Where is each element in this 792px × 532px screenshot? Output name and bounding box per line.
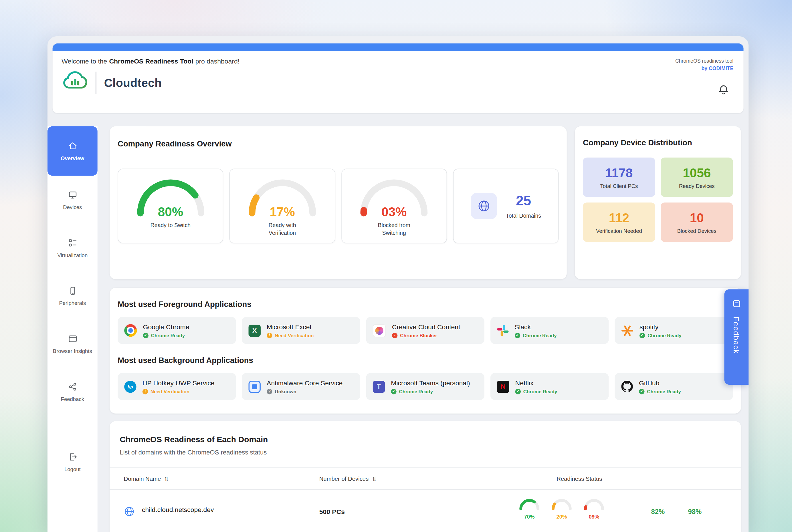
header: Welcome to the ChromeOS Readiness Tool p… [53, 43, 743, 113]
sidebar-item-peripherals[interactable]: Peripherals [48, 272, 98, 320]
sidebar-item-feedback[interactable]: Feedback [48, 367, 98, 416]
logout-icon [68, 452, 78, 462]
sidebar-item-browser-insights[interactable]: Browser Insights [48, 320, 98, 367]
status-label: Chrome Ready [151, 332, 185, 338]
app-name: GitHub [639, 379, 681, 386]
app-tile-microsoft-excel[interactable]: Microsoft Excel Need Verification [242, 317, 360, 344]
header-accent-bar [53, 43, 743, 51]
sidebar-item-label: Overview [61, 155, 84, 161]
metric-value: 82% [651, 508, 665, 515]
welcome-product-name: ChromeOS Readiness Tool [109, 57, 193, 65]
sidebar-item-devices[interactable]: Devices [48, 176, 98, 224]
readiness-cell: 70% 20% [514, 494, 741, 519]
sidebar-item-label: Virtualization [57, 252, 88, 258]
device-distribution-card: Company Device Distribution 1178 Total C… [575, 126, 741, 279]
slack-icon [497, 325, 509, 336]
sidebar-item-logout[interactable]: Logout [48, 438, 98, 486]
sidebar-item-label: Feedback [61, 396, 84, 402]
column-domain-name[interactable]: Domain Name⇅ [110, 475, 319, 481]
app-name: Google Chrome [143, 323, 189, 330]
home-icon [68, 141, 78, 151]
metric-value: 98% [688, 508, 702, 515]
domain-cell: child.cloud.netscope.dev [110, 494, 319, 519]
mini-gauge-value: 09% [582, 513, 605, 519]
status-chrome-ready: Chrome Ready [143, 332, 189, 338]
readiness-overview-card: Company Readiness Overview 80% Ready to … [110, 126, 567, 279]
teams-icon [373, 380, 385, 393]
stat-value: 112 [609, 210, 629, 225]
status-label: Chrome Blocker [400, 332, 437, 338]
stat-value: 1056 [683, 166, 711, 180]
sort-icon[interactable]: ⇅ [165, 476, 169, 481]
app-tile-netflix[interactable]: Netflix Chrome Ready [490, 373, 609, 400]
sidebar-item-virtualization[interactable]: Virtualization [48, 224, 98, 272]
status-chrome-ready: Chrome Ready [391, 388, 470, 394]
mini-gauge-ready: 70% [517, 497, 541, 519]
antimalware-icon [249, 380, 261, 393]
check-icon [515, 388, 521, 394]
status-label: Need Verification [275, 332, 314, 338]
domain-table-title: ChromeOS Readiness of Each Domain [119, 435, 731, 444]
app-name: Antimalware Core Service [267, 379, 342, 386]
stat-tile-blocked-devices: 10 Blocked Devices [661, 203, 733, 242]
stat-label: Ready Devices [679, 183, 715, 189]
domain-table-header-block: ChromeOS Readiness of Each Domain List o… [110, 421, 741, 467]
check-icon [391, 388, 396, 394]
gauge-label: Ready with Verification [254, 222, 310, 236]
brand-name: Cloudtech [104, 76, 162, 90]
foreground-apps-row: Google Chrome Chrome Ready Microsoft Exc… [118, 317, 733, 344]
status-chrome-ready: Chrome Ready [640, 332, 682, 338]
status-label: Unknown [275, 388, 296, 394]
app-tile-google-chrome[interactable]: Google Chrome Chrome Ready [118, 317, 236, 344]
readiness-metrics: 82% 98% [651, 497, 702, 515]
sidebar-item-label: Peripherals [59, 300, 86, 306]
brand-row: Cloudtech [61, 71, 734, 95]
status-chrome-blocker: Chrome Blocker [392, 332, 460, 338]
sidebar-item-overview[interactable]: Overview [48, 126, 98, 176]
app-tile-creative-cloud-content[interactable]: Creative Cloud Content Chrome Blocker [366, 317, 485, 344]
app-tile-spotify[interactable]: spotify Chrome Ready [615, 317, 733, 344]
app-tile-hp-hotkey-uwp-service[interactable]: HP Hotkey UWP Service Need Verification [118, 373, 236, 400]
table-row[interactable]: child.cloud.netscope.dev 500 PCs 70% [110, 490, 741, 519]
welcome-prefix: Welcome to the [61, 57, 107, 65]
product-tagline: ChromeOS readiness tool by CODIMITE [675, 57, 733, 72]
applications-card: Most used Foreground Applications Google… [110, 288, 741, 414]
tagline-line2[interactable]: by CODIMITE [675, 65, 733, 72]
peripherals-icon [68, 285, 78, 296]
app-tile-antimalware-core-service[interactable]: Antimalware Core Service Unknown [242, 373, 360, 400]
app-tile-github[interactable]: GitHub Chrome Ready [615, 373, 733, 400]
excel-icon [249, 324, 261, 336]
stat-value: 1178 [605, 166, 633, 180]
app-tile-slack[interactable]: Slack Chrome Ready [490, 317, 609, 344]
devices-icon [68, 190, 78, 200]
status-label: Chrome Ready [647, 332, 681, 338]
total-domains-value: 25 [506, 193, 541, 209]
main-content: Company Readiness Overview 80% Ready to … [110, 126, 741, 532]
welcome-message: Welcome to the ChromeOS Readiness Tool p… [61, 57, 734, 65]
total-domains-card: 25 Total Domains [453, 169, 559, 243]
welcome-suffix: pro dashboard! [195, 57, 240, 65]
app-name: spotify [640, 323, 682, 330]
gauge-label: Blocked from Switching [366, 222, 422, 236]
gauge-blocked-from-switching: 03% [356, 175, 432, 217]
feedback-tab-button[interactable]: Feedback [724, 289, 749, 385]
app-name: Netflix [515, 379, 558, 386]
notifications-bell-icon[interactable] [718, 84, 730, 98]
netflix-icon [497, 380, 509, 393]
status-need-verification: Need Verification [143, 388, 214, 394]
column-readiness-status: Readiness Status [514, 475, 741, 481]
gauge-ready-to-switch: 80% [133, 175, 209, 217]
sort-icon[interactable]: ⇅ [372, 476, 377, 481]
stat-label: Blocked Devices [677, 228, 716, 234]
header-divider [96, 72, 97, 94]
chrome-icon [124, 324, 137, 337]
app-tile-microsoft-teams[interactable]: Microsoft Teams (personal) Chrome Ready [366, 373, 485, 400]
column-number-of-devices[interactable]: Number of Devices⇅ [319, 475, 514, 481]
status-label: Need Verification [151, 388, 189, 394]
domain-readiness-card: ChromeOS Readiness of Each Domain List o… [110, 421, 741, 532]
sidebar-item-label: Logout [64, 466, 81, 472]
devices-cell: 500 PCs [319, 494, 514, 519]
domain-table-subtitle: List of domains with the ChromeOS readin… [119, 449, 731, 456]
feedback-tab-label: Feedback [732, 317, 741, 354]
gauge-value: 17% [244, 205, 320, 219]
